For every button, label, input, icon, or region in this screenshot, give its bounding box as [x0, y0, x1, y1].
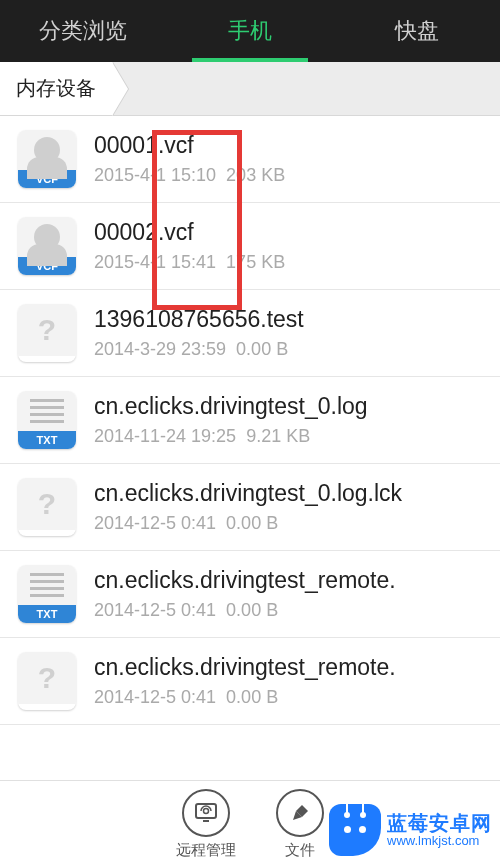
file-size: 0.00 B	[226, 513, 278, 533]
file-date: 2014-12-5 0:41	[94, 687, 216, 707]
file-date: 2015-4-1 15:10	[94, 165, 216, 185]
unknown-file-icon: ?	[18, 478, 76, 536]
file-name: 00002.vcf	[94, 219, 482, 246]
remote-icon	[182, 789, 230, 837]
txt-file-icon: TXT	[18, 391, 76, 449]
file-button[interactable]: 文件	[276, 789, 324, 868]
svg-point-1	[204, 809, 209, 814]
file-name: 1396108765656.test	[94, 306, 482, 333]
file-info: 1396108765656.test2014-3-29 23:590.00 B	[94, 306, 482, 360]
breadcrumb: 内存设备	[0, 62, 500, 116]
file-type-badge	[18, 704, 76, 710]
svg-rect-2	[203, 820, 209, 822]
file-row[interactable]: VCF00002.vcf2015-4-1 15:41175 KB	[0, 203, 500, 290]
watermark-android-icon	[329, 804, 381, 856]
file-size: 175 KB	[226, 252, 285, 272]
file-date: 2015-4-1 15:41	[94, 252, 216, 272]
file-type-badge: TXT	[18, 605, 76, 623]
watermark-title: 蓝莓安卓网	[387, 812, 492, 834]
file-name: cn.eclicks.drivingtest_0.log.lck	[94, 480, 482, 507]
file-meta: 2014-12-5 0:410.00 B	[94, 687, 482, 708]
file-meta: 2015-4-1 15:10203 KB	[94, 165, 482, 186]
file-size: 0.00 B	[226, 600, 278, 620]
watermark: 蓝莓安卓网 www.lmkjst.com	[329, 804, 492, 856]
txt-file-icon: TXT	[18, 565, 76, 623]
vcf-file-icon: VCF	[18, 130, 76, 188]
file-info: cn.eclicks.drivingtest_remote.2014-12-5 …	[94, 567, 482, 621]
file-meta: 2014-12-5 0:410.00 B	[94, 600, 482, 621]
file-date: 2014-11-24 19:25	[94, 426, 236, 446]
file-date: 2014-3-29 23:59	[94, 339, 226, 359]
file-type-badge: TXT	[18, 431, 76, 449]
file-row[interactable]: TXTcn.eclicks.drivingtest_remote.2014-12…	[0, 551, 500, 638]
file-row[interactable]: ?cn.eclicks.drivingtest_remote.2014-12-5…	[0, 638, 500, 725]
tab-phone[interactable]: 手机	[167, 0, 334, 62]
file-size: 203 KB	[226, 165, 285, 185]
file-info: 00002.vcf2015-4-1 15:41175 KB	[94, 219, 482, 273]
file-info: cn.eclicks.drivingtest_remote.2014-12-5 …	[94, 654, 482, 708]
watermark-url: www.lmkjst.com	[387, 834, 492, 848]
tab-kuaipan[interactable]: 快盘	[333, 0, 500, 62]
file-meta: 2014-11-24 19:259.21 KB	[94, 426, 482, 447]
file-size: 0.00 B	[236, 339, 288, 359]
file-list: VCF00001.vcf2015-4-1 15:10203 KBVCF00002…	[0, 116, 500, 725]
file-size: 9.21 KB	[246, 426, 310, 446]
tab-category[interactable]: 分类浏览	[0, 0, 167, 62]
file-name: cn.eclicks.drivingtest_0.log	[94, 393, 482, 420]
file-name: cn.eclicks.drivingtest_remote.	[94, 567, 482, 594]
file-meta: 2015-4-1 15:41175 KB	[94, 252, 482, 273]
top-tabs: 分类浏览 手机 快盘	[0, 0, 500, 62]
file-type-badge	[18, 530, 76, 536]
file-date: 2014-12-5 0:41	[94, 600, 216, 620]
remote-manage-label: 远程管理	[176, 841, 236, 860]
breadcrumb-root[interactable]: 内存设备	[0, 62, 112, 115]
file-meta: 2014-12-5 0:410.00 B	[94, 513, 482, 534]
file-row[interactable]: TXTcn.eclicks.drivingtest_0.log2014-11-2…	[0, 377, 500, 464]
file-row[interactable]: VCF00001.vcf2015-4-1 15:10203 KB	[0, 116, 500, 203]
file-type-badge	[18, 356, 76, 362]
file-size: 0.00 B	[226, 687, 278, 707]
file-meta: 2014-3-29 23:590.00 B	[94, 339, 482, 360]
file-name: cn.eclicks.drivingtest_remote.	[94, 654, 482, 681]
remote-manage-button[interactable]: 远程管理	[176, 789, 236, 868]
file-info: cn.eclicks.drivingtest_0.log2014-11-24 1…	[94, 393, 482, 447]
brush-icon	[276, 789, 324, 837]
file-button-label: 文件	[285, 841, 315, 860]
file-name: 00001.vcf	[94, 132, 482, 159]
vcf-file-icon: VCF	[18, 217, 76, 275]
unknown-file-icon: ?	[18, 304, 76, 362]
file-row[interactable]: ?cn.eclicks.drivingtest_0.log.lck2014-12…	[0, 464, 500, 551]
file-row[interactable]: ?1396108765656.test2014-3-29 23:590.00 B	[0, 290, 500, 377]
file-info: 00001.vcf2015-4-1 15:10203 KB	[94, 132, 482, 186]
file-date: 2014-12-5 0:41	[94, 513, 216, 533]
file-info: cn.eclicks.drivingtest_0.log.lck2014-12-…	[94, 480, 482, 534]
unknown-file-icon: ?	[18, 652, 76, 710]
